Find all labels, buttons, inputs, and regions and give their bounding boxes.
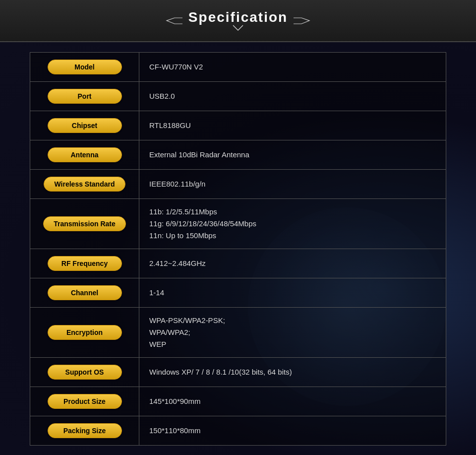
label-cell: Transmission Rate — [30, 199, 139, 249]
table-row: AntennaExternal 10dBi Radar Antenna — [30, 140, 446, 170]
value-cell: IEEE802.11b/g/n — [139, 170, 446, 199]
table-row: Transmission Rate11b: 1/2/5.5/11Mbps11g:… — [30, 199, 446, 249]
label-cell: Product Size — [30, 387, 139, 416]
table-row: Product Size145*100*90mm — [30, 387, 446, 416]
table-row: Support OSWindows XP/ 7 / 8 / 8.1 /10(32… — [30, 358, 446, 387]
label-cell: Channel — [30, 278, 139, 308]
value-cell: RTL8188GU — [139, 111, 446, 140]
table-row: Packing Size150*110*80mm — [30, 416, 446, 446]
value-cell: External 10dBi Radar Antenna — [139, 140, 446, 170]
label-cell: Model — [30, 53, 139, 82]
label-cell: RF Frequency — [30, 249, 139, 278]
bottom-chevron-icon — [231, 24, 245, 32]
value-cell: 150*110*80mm — [139, 416, 446, 446]
value-cell: 1-14 — [139, 278, 446, 308]
label-badge: Product Size — [48, 394, 122, 409]
right-chevron-icon — [294, 16, 313, 26]
value-cell: 2.412~2.484GHz — [139, 249, 446, 278]
value-cell: CF-WU770N V2 — [139, 53, 446, 82]
page-header: Specification — [0, 0, 476, 42]
table-row: RF Frequency2.412~2.484GHz — [30, 249, 446, 278]
label-cell: Chipset — [30, 111, 139, 140]
label-badge: Chipset — [48, 118, 122, 133]
label-badge: Support OS — [48, 365, 122, 380]
label-cell: Antenna — [30, 140, 139, 170]
table-row: ChipsetRTL8188GU — [30, 111, 446, 140]
label-cell: Support OS — [30, 358, 139, 387]
header-decoration: Specification — [163, 9, 313, 32]
label-badge: Transmission Rate — [43, 216, 126, 231]
label-badge: Channel — [48, 285, 122, 300]
left-chevron-icon — [163, 16, 182, 26]
main-content: ModelCF-WU770N V2PortUSB2.0ChipsetRTL818… — [0, 42, 476, 455]
page-title: Specification — [188, 9, 288, 25]
value-cell: WPA-PSK/WPA2-PSK;WPA/WPA2;WEP — [139, 308, 446, 358]
label-cell: Encryption — [30, 308, 139, 358]
label-badge: Port — [48, 89, 122, 104]
label-cell: Port — [30, 82, 139, 111]
label-badge: Model — [48, 60, 122, 74]
label-badge: Wireless Standard — [44, 177, 125, 192]
value-cell: 145*100*90mm — [139, 387, 446, 416]
table-row: Channel1-14 — [30, 278, 446, 308]
table-row: EncryptionWPA-PSK/WPA2-PSK;WPA/WPA2;WEP — [30, 308, 446, 358]
label-badge: Antenna — [48, 147, 122, 162]
value-cell: USB2.0 — [139, 82, 446, 111]
table-row: PortUSB2.0 — [30, 82, 446, 111]
label-badge: Encryption — [48, 325, 122, 340]
value-cell: Windows XP/ 7 / 8 / 8.1 /10(32 bits, 64 … — [139, 358, 446, 387]
table-row: Wireless StandardIEEE802.11b/g/n — [30, 170, 446, 199]
label-cell: Packing Size — [30, 416, 139, 446]
table-row: ModelCF-WU770N V2 — [30, 53, 446, 82]
value-cell: 11b: 1/2/5.5/11Mbps11g: 6/9/12/18/24/36/… — [139, 199, 446, 249]
label-badge: Packing Size — [48, 423, 122, 438]
label-cell: Wireless Standard — [30, 170, 139, 199]
label-badge: RF Frequency — [48, 256, 122, 271]
spec-table: ModelCF-WU770N V2PortUSB2.0ChipsetRTL818… — [30, 52, 446, 446]
